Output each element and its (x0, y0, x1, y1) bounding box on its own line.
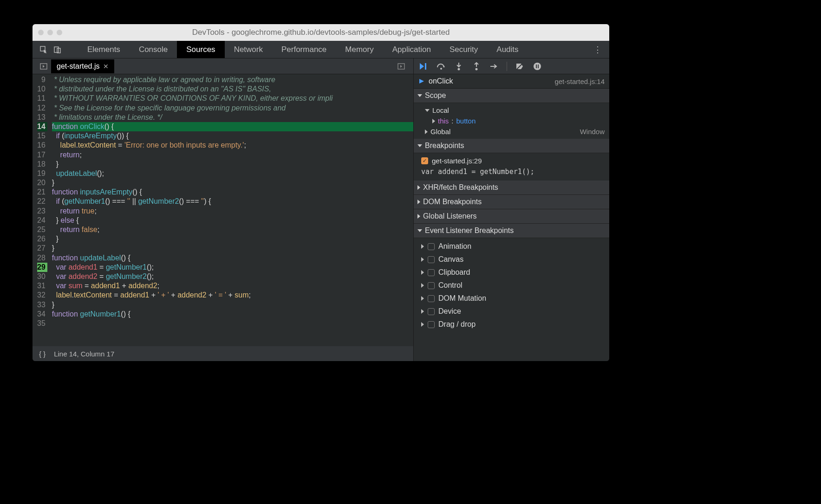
line-number[interactable]: 10 (37, 84, 47, 94)
code-line[interactable]: } else { (52, 216, 413, 225)
code-line[interactable]: * limitations under the License. */ (52, 113, 413, 122)
code-line[interactable]: function onClick() { (52, 122, 413, 131)
line-number[interactable]: 18 (37, 160, 47, 169)
code-line[interactable]: var sum = addend1 + addend2; (52, 281, 413, 291)
line-number[interactable]: 12 (37, 103, 47, 113)
close-tab-icon[interactable]: ✕ (103, 63, 109, 70)
line-number[interactable]: 28 (37, 253, 47, 263)
tab-memory[interactable]: Memory (336, 41, 383, 58)
breakpoint-item[interactable]: ✓get-started.js:29 (414, 155, 609, 167)
code-line[interactable]: * Unless required by applicable law or a… (52, 75, 413, 84)
line-number[interactable]: 31 (37, 281, 47, 291)
event-checkbox[interactable] (428, 256, 435, 263)
code-line[interactable]: updateLabel(); (52, 169, 413, 178)
line-number[interactable]: 9 (37, 75, 47, 84)
line-number[interactable]: 26 (37, 234, 47, 244)
breakpoint-checkbox[interactable]: ✓ (421, 157, 428, 164)
line-number[interactable]: 14 (37, 122, 47, 131)
event-checkbox[interactable] (428, 243, 435, 250)
pretty-print-icon[interactable]: { } (39, 350, 46, 358)
event-checkbox[interactable] (428, 269, 435, 276)
line-number[interactable]: 20 (37, 178, 47, 187)
code-line[interactable]: } (52, 300, 413, 310)
line-number[interactable]: 30 (37, 272, 47, 281)
line-number[interactable]: 13 (37, 113, 47, 122)
line-number[interactable]: 24 (37, 216, 47, 225)
code-line[interactable]: } (52, 244, 413, 253)
line-number[interactable]: 22 (37, 197, 47, 206)
tab-security[interactable]: Security (440, 41, 487, 58)
code-line[interactable]: label.textContent = addend1 + ' + ' + ad… (52, 291, 413, 300)
line-number[interactable]: 27 (37, 244, 47, 253)
line-number[interactable]: 34 (37, 310, 47, 319)
tab-performance[interactable]: Performance (272, 41, 336, 58)
resume-icon[interactable] (418, 61, 429, 71)
tab-application[interactable]: Application (383, 41, 440, 58)
code-line[interactable]: return true; (52, 207, 413, 216)
tab-audits[interactable]: Audits (487, 41, 528, 58)
file-tab-get-started[interactable]: get-started.js ✕ (51, 59, 114, 73)
deactivate-breakpoints-icon[interactable] (515, 61, 525, 71)
event-checkbox[interactable] (428, 295, 435, 302)
tab-sources[interactable]: Sources (177, 41, 224, 58)
code-line[interactable]: return; (52, 150, 413, 160)
line-number[interactable]: 16 (37, 141, 47, 150)
scope-local[interactable]: Local (414, 105, 609, 116)
more-tabs-icon[interactable] (393, 63, 410, 70)
event-category-clipboard[interactable]: Clipboard (414, 266, 609, 279)
tab-console[interactable]: Console (130, 41, 177, 58)
pause-exceptions-icon[interactable] (532, 61, 542, 71)
step-over-icon[interactable] (436, 61, 446, 71)
step-icon[interactable] (489, 61, 499, 71)
line-number[interactable]: 11 (37, 94, 47, 103)
line-number[interactable]: 35 (37, 319, 47, 328)
window-minimize[interactable] (47, 30, 53, 35)
step-into-icon[interactable] (454, 61, 464, 71)
event-checkbox[interactable] (428, 321, 435, 328)
breakpoints-section-header[interactable]: Breakpoints (414, 139, 609, 153)
line-number[interactable]: 25 (37, 225, 47, 234)
callstack-frame[interactable]: onClick get-started.js:14 (414, 74, 609, 89)
scope-section-header[interactable]: Scope (414, 89, 609, 103)
line-number[interactable]: 33 (37, 300, 47, 310)
window-close[interactable] (38, 30, 44, 35)
code-line[interactable]: var addend2 = getNumber2(); (52, 272, 413, 281)
code-line[interactable]: var addend1 = getNumber1(); (52, 263, 413, 272)
line-number[interactable]: 21 (37, 187, 47, 197)
event-category-device[interactable]: Device (414, 305, 609, 318)
code-line[interactable]: function getNumber1() { (52, 310, 413, 319)
scope-var-this[interactable]: this:button (414, 116, 609, 126)
code-line[interactable]: * See the License for the specific langu… (52, 103, 413, 113)
code-line[interactable]: if (getNumber1() === '' || getNumber2() … (52, 197, 413, 206)
event-category-canvas[interactable]: Canvas (414, 253, 609, 266)
code-line[interactable] (52, 319, 413, 328)
code-editor[interactable]: 9101112131415161718192021222324252627282… (33, 74, 413, 346)
code-line[interactable]: } (52, 160, 413, 169)
tab-network[interactable]: Network (225, 41, 272, 58)
code-line[interactable]: * WITHOUT WARRANTIES OR CONDITIONS OF AN… (52, 94, 413, 103)
tab-elements[interactable]: Elements (78, 41, 130, 58)
event-listener-breakpoints-header[interactable]: Event Listener Breakpoints (414, 224, 609, 238)
line-number[interactable]: 17 (37, 150, 47, 160)
line-number[interactable]: 19 (37, 169, 47, 178)
step-out-icon[interactable] (471, 61, 482, 71)
code-line[interactable]: * distributed under the License is distr… (52, 84, 413, 94)
code-line[interactable]: function updateLabel() { (52, 253, 413, 263)
event-checkbox[interactable] (428, 308, 435, 315)
code-line[interactable]: if (inputsAreEmpty()) { (52, 131, 413, 141)
event-category-control[interactable]: Control (414, 279, 609, 292)
code-line[interactable]: } (52, 178, 413, 187)
global-listeners-header[interactable]: Global Listeners (414, 209, 609, 224)
code-line[interactable]: function inputsAreEmpty() { (52, 187, 413, 197)
line-number[interactable]: 23 (37, 207, 47, 216)
line-number[interactable]: 32 (37, 291, 47, 300)
event-checkbox[interactable] (428, 282, 435, 289)
code-line[interactable]: } (52, 234, 413, 244)
xhr-breakpoints-header[interactable]: XHR/fetch Breakpoints (414, 181, 609, 195)
dom-breakpoints-header[interactable]: DOM Breakpoints (414, 195, 609, 209)
device-toggle-icon[interactable] (53, 45, 62, 54)
event-category-drag-drop[interactable]: Drag / drop (414, 318, 609, 331)
code-line[interactable]: label.textContent = 'Error: one or both … (52, 141, 413, 150)
event-category-animation[interactable]: Animation (414, 240, 609, 253)
more-menu-icon[interactable]: ⋮ (586, 45, 609, 55)
